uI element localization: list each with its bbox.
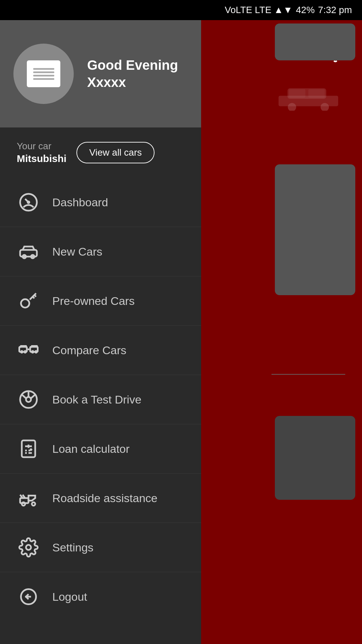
- side-drawer: Good Evening Xxxxx Your car Mitsubishi V…: [0, 20, 201, 644]
- bg-card-bottom: [275, 416, 355, 500]
- battery-indicator: 42%: [296, 5, 315, 15]
- logout-icon: [17, 585, 40, 608]
- svg-point-16: [32, 351, 34, 353]
- sidebar-item-roadside[interactable]: Roadside assistance: [0, 474, 201, 523]
- svg-point-14: [24, 351, 26, 353]
- bg-card-middle: [275, 164, 355, 295]
- sidebar-item-pre-owned[interactable]: Pre-owned Cars: [0, 276, 201, 326]
- your-car-label: Your car Mitsubishi: [17, 141, 66, 164]
- your-car-brand: Mitsubishi: [17, 153, 66, 164]
- bg-card-car: [275, 84, 355, 121]
- signal-indicator: VoLTE LTE ▲▼: [225, 5, 293, 15]
- sidebar-item-new-cars[interactable]: New Cars: [0, 227, 201, 276]
- sidebar-item-label-roadside: Roadside assistance: [52, 492, 158, 505]
- speedometer-icon: [17, 191, 40, 214]
- sidebar-item-label-dashboard: Dashboard: [52, 196, 108, 209]
- nav-menu: Dashboard New Cars Pre-owned Cars: [0, 174, 201, 625]
- gear-icon: [17, 536, 40, 559]
- sidebar-item-compare-cars[interactable]: Compare Cars: [0, 326, 201, 375]
- key-icon: [17, 289, 40, 313]
- svg-rect-5: [308, 89, 325, 98]
- svg-line-32: [30, 449, 32, 450]
- svg-point-20: [26, 397, 31, 402]
- sidebar-item-label-test-drive: Book a Test Drive: [52, 393, 141, 406]
- sidebar-item-label-compare-cars: Compare Cars: [52, 344, 126, 357]
- status-bar: VoLTE LTE ▲▼ 42% 7:32 pm: [0, 0, 362, 20]
- time-display: 7:32 pm: [318, 5, 352, 15]
- sidebar-item-label-new-cars: New Cars: [52, 245, 102, 258]
- svg-rect-4: [289, 89, 305, 98]
- greeting-line2: Xxxxx: [87, 75, 178, 90]
- your-car-title: Your car: [17, 141, 66, 152]
- svg-point-13: [21, 351, 23, 353]
- bg-card-top: [275, 23, 355, 60]
- greeting-text: Good Evening Xxxxx: [87, 58, 178, 90]
- svg-line-23: [31, 395, 35, 398]
- view-all-cars-button[interactable]: View all cars: [76, 142, 155, 163]
- sidebar-item-label-loan: Loan calculator: [52, 442, 130, 455]
- car-icon: [17, 240, 40, 263]
- sidebar-item-test-drive[interactable]: Book a Test Drive: [0, 375, 201, 424]
- sidebar-item-loan-calculator[interactable]: Loan calculator: [0, 424, 201, 474]
- sidebar-item-label-settings: Settings: [52, 541, 94, 554]
- svg-point-35: [32, 502, 35, 506]
- avatar-document: [27, 60, 60, 87]
- your-car-section: Your car Mitsubishi View all cars: [0, 127, 201, 174]
- drawer-header: Good Evening Xxxxx: [0, 20, 201, 127]
- calculator-icon: [17, 437, 40, 461]
- sidebar-item-settings[interactable]: Settings: [0, 523, 201, 572]
- svg-point-38: [26, 545, 31, 550]
- svg-point-7: [28, 202, 29, 203]
- sidebar-item-label-logout: Logout: [52, 590, 87, 603]
- svg-point-17: [35, 351, 37, 353]
- svg-point-11: [21, 299, 29, 308]
- svg-line-22: [22, 395, 26, 398]
- svg-rect-24: [22, 440, 35, 457]
- sidebar-item-label-pre-owned: Pre-owned Cars: [52, 294, 135, 308]
- tow-icon: [17, 486, 40, 510]
- sidebar-item-logout[interactable]: Logout: [0, 572, 201, 621]
- greeting-line1: Good Evening: [87, 58, 178, 73]
- sidebar-item-dashboard[interactable]: Dashboard: [0, 178, 201, 227]
- compare-icon: [17, 338, 40, 362]
- steering-icon: [17, 388, 40, 411]
- avatar: [13, 44, 74, 104]
